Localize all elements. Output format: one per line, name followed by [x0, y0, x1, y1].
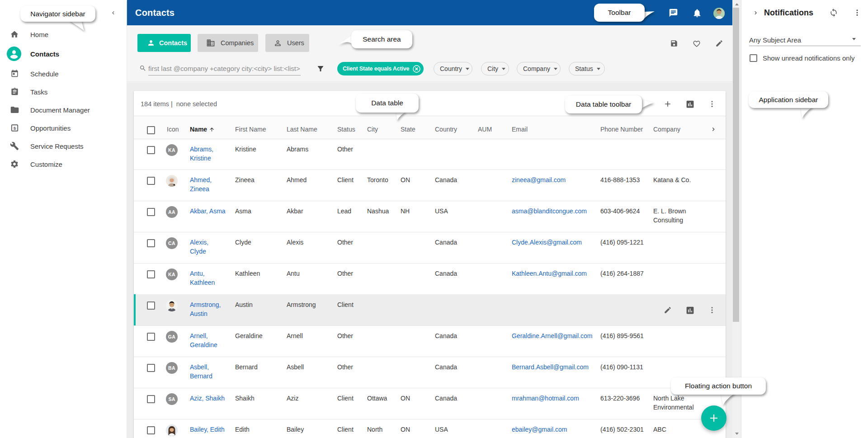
svg-text:$: $ [14, 126, 16, 131]
